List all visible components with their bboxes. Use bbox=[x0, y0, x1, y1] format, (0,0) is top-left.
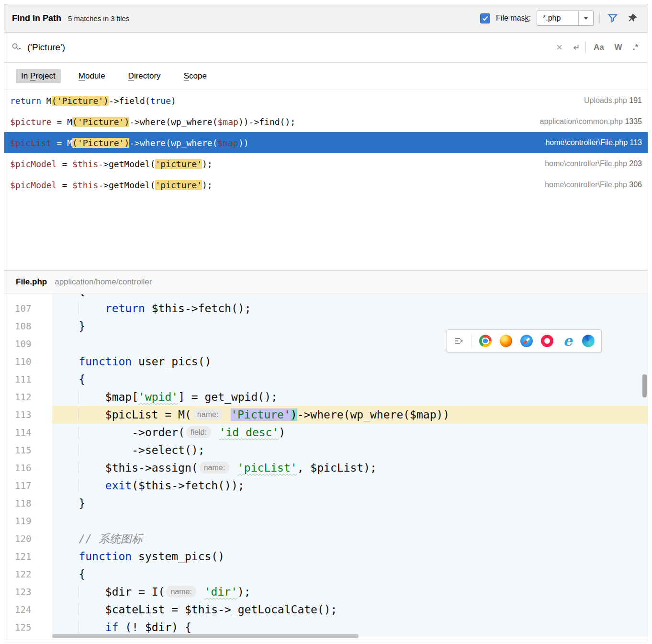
code-line[interactable]: 124 $cateList = $this->_getLocalCate(); bbox=[4, 601, 648, 619]
result-row[interactable]: $picModel = $this->getModel('picture');h… bbox=[4, 174, 648, 195]
result-code: return M('Picture')->field(true) bbox=[10, 96, 574, 106]
line-number: 115 bbox=[4, 441, 52, 459]
code-line[interactable]: 120 // 系统图标 bbox=[4, 530, 648, 548]
line-number: 125 bbox=[4, 619, 52, 636]
opera-icon[interactable] bbox=[541, 335, 553, 347]
titlebar: Find in Path 5 matches in 3 files File m… bbox=[4, 4, 648, 33]
browser-icons: e bbox=[479, 335, 595, 347]
search-bar[interactable]: ('Picture') × Aa W .* bbox=[4, 33, 648, 63]
line-number: 106 bbox=[4, 294, 52, 300]
ie-icon[interactable]: e bbox=[562, 335, 574, 347]
editor[interactable]: 106 {107 return $this->fetch();108 }1091… bbox=[4, 294, 648, 640]
line-number: 120 bbox=[4, 530, 52, 548]
code-line[interactable]: 117 exit($this->fetch()); bbox=[4, 477, 648, 495]
code-line[interactable]: 111 { bbox=[4, 371, 648, 388]
screen: Find in Path 5 matches in 3 files File m… bbox=[0, 0, 652, 644]
result-code: $picList = M('Picture')->where(wp_where(… bbox=[10, 138, 536, 148]
code-line[interactable]: 113 $picList = M(name: 'Picture')->where… bbox=[4, 406, 648, 424]
firefox-icon[interactable] bbox=[500, 335, 512, 347]
tab-directory[interactable]: Directory bbox=[123, 69, 166, 83]
line-number: 113 bbox=[4, 406, 52, 424]
code-line[interactable]: 112 $map['wpid'] = get_wpid(); bbox=[4, 388, 648, 406]
result-row[interactable]: return M('Picture')->field(true)Uploads.… bbox=[4, 90, 648, 111]
newline-icon[interactable] bbox=[570, 42, 581, 53]
line-number: 112 bbox=[4, 388, 52, 406]
result-row[interactable]: $picList = M('Picture')->where(wp_where(… bbox=[4, 132, 648, 153]
filter-icon bbox=[607, 12, 618, 24]
preview-file-name: File.php bbox=[16, 277, 47, 287]
browser-toolbar: e bbox=[447, 329, 602, 352]
file-mask-value: *.php bbox=[537, 11, 578, 25]
combo-arrow-button[interactable] bbox=[578, 11, 593, 25]
words-toggle[interactable]: W bbox=[612, 43, 625, 52]
tab-module[interactable]: Module bbox=[73, 69, 111, 83]
match-summary: 5 matches in 3 files bbox=[68, 14, 129, 23]
check-icon bbox=[482, 16, 488, 21]
results-list: return M('Picture')->field(true)Uploads.… bbox=[4, 90, 648, 270]
result-code: $picModel = $this->getModel('picture'); bbox=[10, 159, 535, 169]
result-code: $picModel = $this->getModel('picture'); bbox=[10, 180, 535, 190]
code-line[interactable]: 110 function user_pics() bbox=[4, 353, 648, 371]
tab-scope[interactable]: Scope bbox=[179, 69, 212, 83]
line-number: 124 bbox=[4, 601, 52, 619]
edge-icon[interactable] bbox=[582, 335, 595, 347]
code-line[interactable]: 119 bbox=[4, 512, 648, 530]
browser-toolbar-divider bbox=[472, 335, 472, 347]
scope-tabs: In ProjectModuleDirectoryScope bbox=[4, 63, 648, 90]
chrome-icon[interactable] bbox=[479, 335, 492, 347]
code-line[interactable]: 123 $dir = I(name: 'dir'); bbox=[4, 583, 648, 601]
code-line[interactable]: 122 { bbox=[4, 565, 648, 583]
line-number: 108 bbox=[4, 317, 52, 335]
result-file-ref: Uploads.php 191 bbox=[574, 96, 642, 105]
line-number: 123 bbox=[4, 583, 52, 601]
search-divider bbox=[585, 42, 586, 53]
result-file-ref: home\controller\File.php 113 bbox=[536, 138, 642, 147]
search-icon[interactable] bbox=[11, 42, 22, 53]
code-line[interactable]: 106 { bbox=[4, 294, 648, 300]
file-mask-checkbox[interactable] bbox=[480, 13, 490, 23]
match-case-toggle[interactable]: Aa bbox=[591, 43, 607, 52]
result-file-ref: home\controller\File.php 203 bbox=[535, 159, 642, 168]
safari-icon[interactable] bbox=[520, 335, 533, 347]
regex-toggle[interactable]: .* bbox=[630, 43, 641, 52]
clear-icon[interactable]: × bbox=[553, 42, 565, 53]
open-in-browser-icon[interactable] bbox=[454, 336, 464, 346]
chevron-down-icon bbox=[584, 17, 588, 20]
preview-header: File.php application/home/controller bbox=[4, 270, 648, 294]
line-number: 114 bbox=[4, 424, 52, 441]
code-line[interactable]: 114 ->order(field: 'id desc') bbox=[4, 424, 648, 441]
result-row[interactable]: $picModel = $this->getModel('picture');h… bbox=[4, 153, 648, 174]
result-file-ref: home\controller\File.php 306 bbox=[535, 181, 642, 189]
code-line[interactable]: 115 ->select(); bbox=[4, 441, 648, 459]
line-number: 109 bbox=[4, 335, 52, 353]
line-number: 110 bbox=[4, 353, 52, 371]
result-code: $picture = M('Picture')->where(wp_where(… bbox=[10, 117, 530, 127]
code-line[interactable]: 118 } bbox=[4, 495, 648, 512]
line-number: 122 bbox=[4, 565, 52, 583]
filter-button[interactable] bbox=[606, 11, 620, 25]
result-file-ref: application\common.php 1335 bbox=[530, 117, 642, 126]
line-number: 116 bbox=[4, 459, 52, 477]
code-line[interactable]: 107 return $this->fetch(); bbox=[4, 300, 648, 317]
toolbar-divider bbox=[599, 12, 600, 24]
code-line[interactable]: 116 $this->assign(name: 'picList', $picL… bbox=[4, 459, 648, 477]
preview-file-path: application/home/controller bbox=[55, 277, 152, 287]
line-number: 117 bbox=[4, 477, 52, 495]
code-line[interactable]: 121 function system_pics() bbox=[4, 548, 648, 565]
dialog-title: Find in Path bbox=[12, 13, 61, 23]
line-number: 119 bbox=[4, 512, 52, 530]
line-number: 111 bbox=[4, 371, 52, 388]
pin-button[interactable] bbox=[626, 11, 640, 25]
file-mask-combo[interactable]: *.php bbox=[537, 11, 594, 26]
search-input[interactable]: ('Picture') bbox=[27, 42, 549, 53]
file-mask-label[interactable]: File mask: bbox=[496, 14, 531, 23]
result-row[interactable]: $picture = M('Picture')->where(wp_where(… bbox=[4, 111, 648, 132]
find-in-path-dialog: Find in Path 5 matches in 3 files File m… bbox=[4, 4, 648, 640]
horizontal-scrollbar[interactable] bbox=[52, 634, 359, 638]
vertical-scrollbar[interactable] bbox=[642, 374, 647, 397]
tab-in-project[interactable]: In Project bbox=[16, 69, 61, 83]
line-number: 118 bbox=[4, 495, 52, 512]
line-number: 121 bbox=[4, 548, 52, 565]
pin-icon bbox=[627, 12, 639, 24]
titlebar-controls: File mask: *.php bbox=[480, 11, 640, 26]
